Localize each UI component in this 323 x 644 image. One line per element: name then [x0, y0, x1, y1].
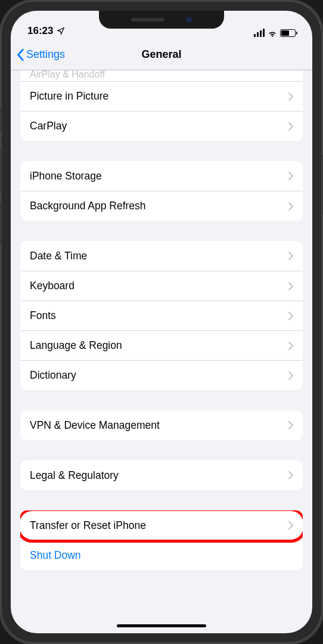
row-iphone-storage[interactable]: iPhone Storage: [20, 161, 303, 191]
row-partial[interactable]: AirPlay & Handoff: [20, 70, 303, 81]
row-label: Picture in Picture: [30, 90, 288, 103]
settings-group: Date & TimeKeyboardFontsLanguage & Regio…: [20, 241, 303, 390]
chevron-right-icon: [288, 172, 293, 180]
chevron-left-icon: [17, 48, 25, 61]
row-keyboard[interactable]: Keyboard: [20, 271, 303, 301]
row-shut-down[interactable]: Shut Down: [20, 540, 303, 570]
chevron-right-icon: [288, 312, 293, 320]
row-transfer-reset-iphone[interactable]: Transfer or Reset iPhone: [20, 510, 303, 540]
chevron-right-icon: [288, 282, 293, 290]
row-vpn-device-management[interactable]: VPN & Device Management: [20, 410, 303, 440]
row-label: Background App Refresh: [30, 200, 288, 212]
row-label: Language & Region: [30, 339, 288, 352]
chevron-right-icon: [288, 122, 293, 131]
row-dictionary[interactable]: Dictionary: [20, 360, 303, 390]
settings-list[interactable]: AirPlay & HandoffPicture in PictureCarPl…: [11, 70, 312, 627]
chevron-right-icon: [288, 202, 293, 210]
chevron-right-icon: [288, 92, 293, 101]
back-label: Settings: [26, 48, 65, 61]
chevron-right-icon: [288, 342, 293, 350]
chevron-right-icon: [288, 252, 293, 260]
home-indicator[interactable]: [117, 624, 206, 627]
row-label: Date & Time: [30, 250, 288, 262]
nav-bar: Settings General: [11, 39, 312, 70]
chevron-right-icon: [288, 371, 293, 380]
row-label: AirPlay & Handoff: [30, 70, 293, 80]
settings-group: Transfer or Reset iPhoneShut Down: [20, 510, 303, 570]
chevron-right-icon: [288, 521, 293, 530]
row-label: Shut Down: [30, 549, 293, 562]
row-date-time[interactable]: Date & Time: [20, 241, 303, 271]
row-legal-regulatory[interactable]: Legal & Regulatory: [20, 460, 303, 490]
location-icon: [57, 27, 65, 35]
row-label: CarPlay: [30, 120, 288, 132]
wifi-icon: [268, 29, 277, 36]
row-label: Keyboard: [30, 280, 288, 292]
row-fonts[interactable]: Fonts: [20, 301, 303, 330]
status-time: 16:23: [27, 25, 53, 37]
settings-group: Legal & Regulatory: [20, 460, 303, 490]
settings-group: AirPlay & HandoffPicture in PictureCarPl…: [20, 70, 303, 141]
settings-group: VPN & Device Management: [20, 410, 303, 440]
row-label: VPN & Device Management: [30, 419, 288, 432]
row-background-app-refresh[interactable]: Background App Refresh: [20, 191, 303, 221]
row-label: iPhone Storage: [30, 170, 288, 182]
row-picture-in-picture[interactable]: Picture in Picture: [20, 81, 303, 111]
chevron-right-icon: [288, 471, 293, 479]
cell-signal-icon: [254, 29, 265, 37]
row-carplay[interactable]: CarPlay: [20, 111, 303, 141]
row-language-region[interactable]: Language & Region: [20, 330, 303, 360]
settings-group: iPhone StorageBackground App Refresh: [20, 161, 303, 221]
back-button[interactable]: Settings: [17, 48, 65, 61]
row-label: Fonts: [30, 309, 288, 322]
row-label: Legal & Regulatory: [30, 469, 288, 482]
page-title: General: [141, 48, 181, 61]
chevron-right-icon: [288, 421, 293, 429]
battery-icon: [280, 29, 296, 37]
row-label: Dictionary: [30, 369, 288, 382]
row-label: Transfer or Reset iPhone: [30, 519, 288, 532]
